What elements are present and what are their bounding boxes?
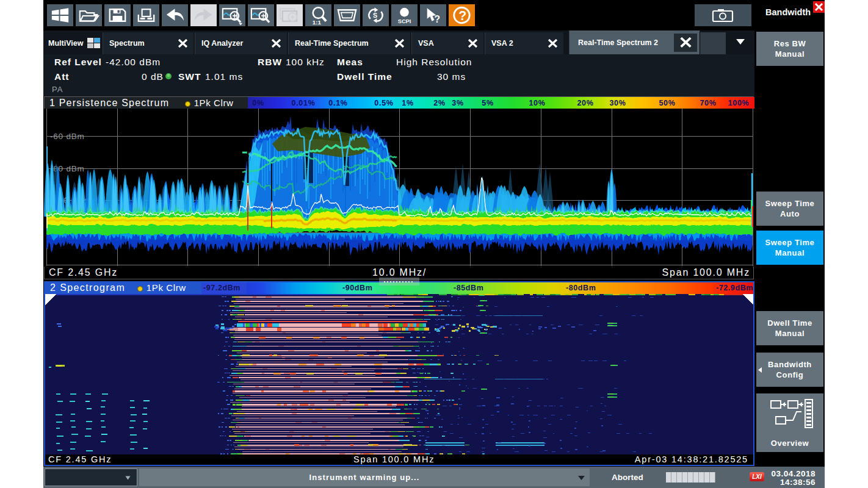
svg-text:?: ? bbox=[434, 14, 440, 24]
svg-text:1:1: 1:1 bbox=[313, 19, 322, 26]
svg-text:S: S bbox=[373, 12, 377, 19]
svg-text:SCPI: SCPI bbox=[398, 18, 411, 24]
svg-text:?: ? bbox=[458, 9, 466, 23]
svg-text:-60 dBm: -60 dBm bbox=[50, 132, 85, 141]
